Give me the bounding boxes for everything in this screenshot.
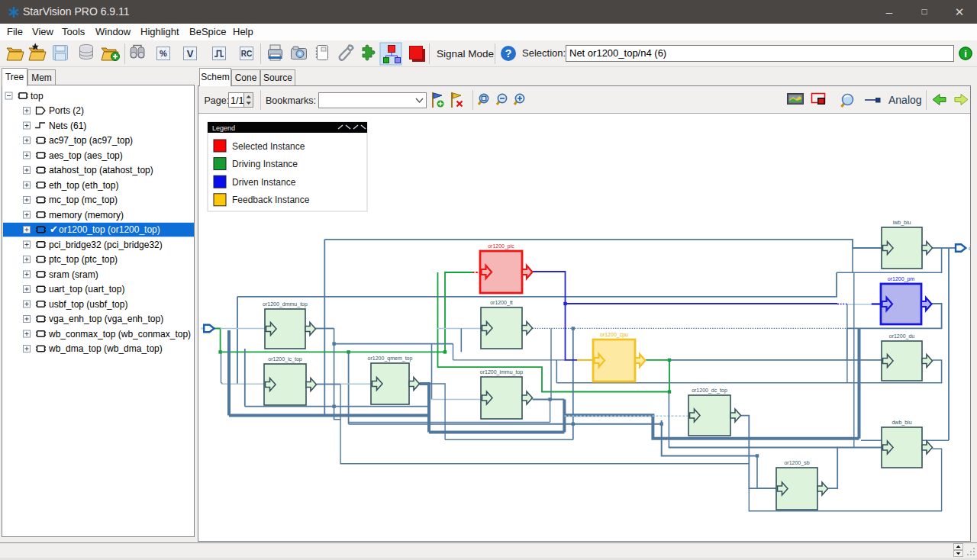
svg-text:vga_enh_top (vga_enh_top): vga_enh_top (vga_enh_top): [49, 314, 163, 324]
svg-text:1/1: 1/1: [231, 95, 243, 106]
svg-text:eth_top (eth_top): eth_top (eth_top): [49, 180, 118, 191]
svg-text:Analog: Analog: [888, 94, 922, 106]
svg-text:atahost_top (atahost_top): atahost_top (atahost_top): [49, 165, 153, 175]
svg-text:Ports (2): Ports (2): [49, 105, 84, 116]
svg-text:i: i: [964, 48, 967, 60]
svg-text:Bookmarks:: Bookmarks:: [266, 95, 316, 106]
svg-text:?: ?: [505, 47, 512, 60]
svg-text:pci_bridge32 (pci_bridge32): pci_bridge32 (pci_bridge32): [49, 240, 163, 250]
svg-text:usbf_top (usbf_top): usbf_top (usbf_top): [49, 299, 127, 310]
svg-text:uart_top (uart_top): uart_top (uart_top): [49, 284, 124, 294]
svg-text:memory (memory): memory (memory): [49, 210, 124, 220]
svg-text:✔: ✔: [50, 224, 58, 235]
svg-text:or1200_top (or1200_top): or1200_top (or1200_top): [59, 224, 160, 235]
svg-text:Nets (61): Nets (61): [49, 121, 86, 131]
svg-text:top: top: [31, 91, 44, 101]
svg-text:V: V: [187, 48, 194, 60]
svg-text:RC: RC: [241, 50, 252, 58]
svg-text:Page:: Page:: [205, 95, 230, 106]
svg-text:%: %: [160, 49, 167, 58]
svg-text:sram (sram): sram (sram): [49, 269, 98, 280]
svg-text:ac97_top (ac97_top): ac97_top (ac97_top): [49, 135, 133, 146]
svg-text:Signal Mode: Signal Mode: [437, 48, 494, 60]
svg-text:wb_conmax_top (wb_conmax_top): wb_conmax_top (wb_conmax_top): [48, 329, 191, 340]
svg-text:mc_top (mc_top): mc_top (mc_top): [49, 195, 118, 205]
svg-text:aes_top (aes_top): aes_top (aes_top): [49, 150, 123, 161]
svg-text:Selection:: Selection:: [522, 47, 566, 59]
svg-text:Net or1200_top/n4 (6): Net or1200_top/n4 (6): [569, 47, 666, 59]
svg-text:wb_dma_top (wb_dma_top): wb_dma_top (wb_dma_top): [48, 343, 163, 354]
svg-text:ptc_top (ptc_top): ptc_top (ptc_top): [49, 254, 118, 265]
